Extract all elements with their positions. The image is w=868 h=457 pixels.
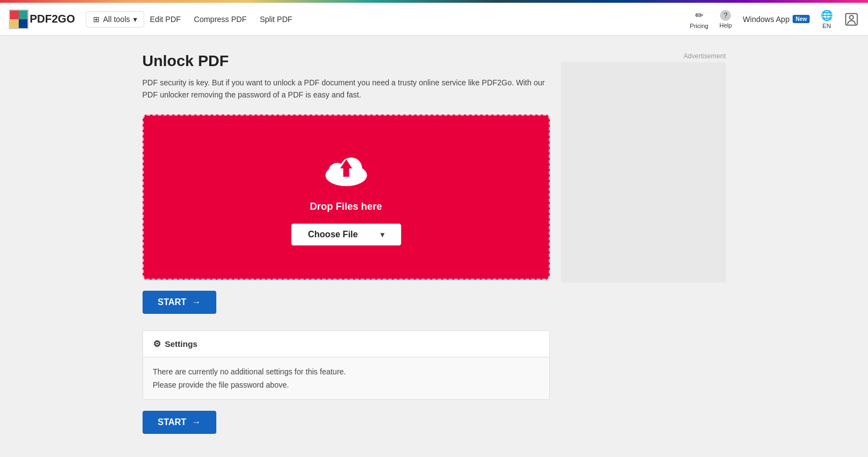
- help-icon: ?: [720, 10, 731, 21]
- no-settings-text: There are currently no additional settin…: [153, 367, 539, 376]
- arrow-right-icon: →: [192, 297, 201, 307]
- nav-split-pdf[interactable]: Split PDF: [260, 15, 292, 24]
- all-tools-label: All tools: [103, 15, 130, 24]
- drop-zone[interactable]: Drop Files here Choose File ▾: [143, 115, 550, 280]
- start-label-bottom: START: [158, 417, 187, 427]
- ad-placeholder: [561, 62, 726, 282]
- choose-file-chevron-icon: ▾: [380, 230, 384, 239]
- cloud-upload-icon: [321, 149, 371, 190]
- new-badge: New: [793, 15, 810, 23]
- help-button[interactable]: ? Help: [719, 10, 732, 29]
- header-right: ✏ Pricing ? Help Windows App New 🌐 EN: [690, 9, 859, 29]
- page-description: PDF security is key. But if you want to …: [143, 77, 550, 101]
- login-button[interactable]: [844, 12, 859, 27]
- grid-icon: ⊞: [93, 15, 100, 24]
- ad-label: Advertisement: [561, 52, 726, 60]
- choose-file-label: Choose File: [308, 230, 358, 240]
- content-area: Unlock PDF PDF security is key. But if y…: [143, 52, 550, 450]
- chevron-down-icon: ▾: [133, 15, 137, 24]
- nav-compress-pdf[interactable]: Compress PDF: [194, 15, 247, 24]
- pencil-icon: ✏: [695, 9, 703, 21]
- settings-header: ⚙ Settings: [143, 331, 549, 357]
- start-button-top[interactable]: START →: [143, 291, 216, 314]
- nav-edit-pdf[interactable]: Edit PDF: [150, 15, 181, 24]
- choose-file-button[interactable]: Choose File ▾: [291, 224, 401, 246]
- ad-area: Advertisement: [561, 52, 726, 450]
- settings-section: ⚙ Settings There are currently no additi…: [143, 330, 550, 400]
- windows-app-label: Windows App: [743, 15, 790, 24]
- globe-icon: 🌐: [821, 9, 833, 21]
- header: PDF2GO ⊞ All tools ▾ Edit PDF Compress P…: [0, 3, 868, 36]
- help-label: Help: [719, 22, 732, 29]
- nav-links: Edit PDF Compress PDF Split PDF: [150, 15, 690, 24]
- logo-text: PDF2GO: [30, 13, 75, 25]
- logo-icon: [9, 9, 29, 29]
- settings-label: Settings: [165, 339, 198, 349]
- pricing-label: Pricing: [690, 23, 708, 29]
- pricing-button[interactable]: ✏ Pricing: [690, 9, 708, 29]
- page-title: Unlock PDF: [143, 52, 550, 70]
- main-content: Unlock PDF PDF security is key. But if y…: [132, 36, 737, 457]
- password-text: Please provide the file password above.: [153, 380, 539, 389]
- settings-body: There are currently no additional settin…: [143, 357, 549, 399]
- logo[interactable]: PDF2GO: [9, 9, 75, 29]
- start-button-bottom[interactable]: START →: [143, 411, 216, 434]
- all-tools-button[interactable]: ⊞ All tools ▾: [86, 11, 144, 28]
- windows-app-button[interactable]: Windows App New: [743, 15, 810, 24]
- drop-files-text: Drop Files here: [310, 201, 382, 213]
- svg-point-1: [850, 15, 854, 19]
- language-button[interactable]: 🌐 EN: [821, 9, 833, 29]
- start-label-top: START: [158, 297, 187, 307]
- lang-label: EN: [822, 23, 831, 29]
- arrow-right-icon-bottom: →: [192, 417, 201, 427]
- user-icon: [844, 12, 859, 27]
- gear-icon: ⚙: [153, 339, 161, 349]
